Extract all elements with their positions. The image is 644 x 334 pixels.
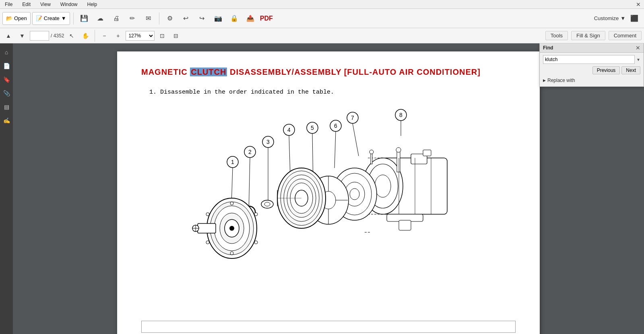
- print-button[interactable]: 🖨: [109, 11, 124, 26]
- menu-edit[interactable]: Edit: [21, 1, 32, 8]
- svg-text:5: 5: [311, 125, 314, 131]
- settings-button[interactable]: ⚙: [163, 11, 177, 26]
- share-button[interactable]: 📤: [243, 11, 258, 26]
- svg-point-78: [254, 241, 258, 244]
- svg-text:8: 8: [399, 112, 402, 118]
- svg-point-76: [254, 213, 258, 216]
- svg-text:7: 7: [351, 115, 354, 121]
- clutch-diagram: 8 7 6 5 4: [188, 104, 469, 289]
- next-page-button[interactable]: ▼: [16, 30, 28, 41]
- menu-view[interactable]: View: [39, 1, 52, 8]
- svg-line-20: [249, 158, 250, 212]
- toolbar-separator-2: [159, 12, 159, 25]
- replace-arrow-icon: ▶: [543, 78, 546, 82]
- table-bottom-hint: [141, 321, 516, 333]
- save-cloud-button[interactable]: ☁: [93, 11, 107, 26]
- find-search-input[interactable]: [543, 55, 635, 64]
- tools-button[interactable]: Tools: [545, 31, 568, 40]
- protect-button[interactable]: 🔒: [227, 11, 242, 26]
- svg-text:1: 1: [231, 159, 234, 165]
- menu-help[interactable]: Help: [86, 1, 99, 8]
- nav-toolbar: ▲ ▼ 1034 / 4352 ↖ ✋ − + 127% 100% 75% 50…: [0, 28, 644, 43]
- open-folder-icon: 📂: [6, 15, 12, 21]
- edit-button[interactable]: ✏: [125, 11, 140, 26]
- page-total: / 4352: [51, 33, 64, 39]
- create-button[interactable]: 📝 Create ▼: [32, 12, 70, 25]
- sidebar-item-home[interactable]: ⌂: [1, 47, 12, 58]
- right-tool-buttons: Tools Fill & Sign Comment: [545, 31, 642, 40]
- page-title: MAGNETIC CLUTCH DISASSEMBLY/ASSEMBLY [FU…: [141, 68, 516, 77]
- doc-area[interactable]: Find ✕ ▼ Previous Next ▶ Replace with: [13, 43, 644, 334]
- toolbar-separator-1: [73, 12, 74, 25]
- page-number-input[interactable]: 1034: [30, 31, 49, 41]
- find-next-button[interactable]: Next: [621, 66, 640, 74]
- find-dropdown-icon[interactable]: ▼: [636, 57, 640, 62]
- fit-page-button[interactable]: ⊡: [156, 30, 168, 41]
- svg-text:2: 2: [248, 149, 252, 155]
- find-panel: Find ✕ ▼ Previous Next ▶ Replace with: [539, 43, 644, 87]
- title-magnetic: MAGNETIC: [141, 68, 190, 76]
- pdf-button[interactable]: PDF: [259, 11, 274, 26]
- hand-tool-button[interactable]: ✋: [79, 30, 91, 41]
- fill-sign-button[interactable]: Fill & Sign: [571, 31, 605, 40]
- nav-separator-1: [95, 30, 95, 42]
- svg-point-75: [206, 213, 209, 216]
- title-clutch-highlight: CLUTCH: [190, 68, 227, 76]
- zoom-out-button[interactable]: −: [98, 30, 110, 41]
- svg-rect-31: [423, 150, 431, 156]
- save-button[interactable]: 💾: [77, 11, 91, 26]
- window-close-icon[interactable]: ✕: [636, 1, 641, 8]
- collapse-button[interactable]: ⬛: [627, 11, 642, 26]
- find-title: Find: [543, 45, 553, 51]
- menu-window[interactable]: Window: [59, 1, 79, 8]
- svg-line-5: [353, 123, 359, 156]
- svg-point-77: [206, 241, 209, 244]
- title-rest: DISASSEMBLY/ASSEMBLY [FULL-AUTO AIR COND…: [227, 68, 480, 76]
- find-replace-row[interactable]: ▶ Replace with: [543, 77, 640, 84]
- svg-point-72: [229, 226, 234, 231]
- find-close-button[interactable]: ✕: [636, 45, 640, 51]
- create-icon: 📝: [36, 15, 42, 21]
- svg-point-80: [369, 150, 374, 154]
- svg-rect-68: [198, 223, 216, 233]
- select-tool-button[interactable]: ↖: [66, 30, 78, 41]
- sidebar-item-bookmarks[interactable]: 🔖: [1, 74, 12, 85]
- zoom-select[interactable]: 127% 100% 75% 50% Fit Page Fit Width: [126, 31, 155, 41]
- sidebar-item-signature[interactable]: ✍: [1, 115, 12, 126]
- customize-label: Customize: [594, 15, 619, 21]
- find-body: ▼ Previous Next ▶ Replace with: [540, 53, 644, 86]
- menu-file[interactable]: File: [3, 1, 14, 8]
- scan-button[interactable]: 📷: [211, 11, 225, 26]
- prev-page-button[interactable]: ▲: [2, 30, 14, 41]
- svg-text:4: 4: [287, 127, 291, 133]
- find-input-row: ▼: [543, 55, 640, 64]
- main-area: ⌂ 📄 🔖 📎 ▤ ✍ Find ✕ ▼ Previous Next: [0, 43, 644, 334]
- find-btn-row: Previous Next: [543, 66, 640, 74]
- find-header: Find ✕: [540, 43, 644, 53]
- replace-with-label: Replace with: [547, 78, 575, 83]
- zoom-in-button[interactable]: +: [112, 30, 124, 41]
- customize-toolbar[interactable]: Customize ▼: [594, 15, 625, 21]
- diagram-area: 8 7 6 5 4: [141, 104, 516, 289]
- sidebar-left: ⌂ 📄 🔖 📎 ▤ ✍: [0, 43, 13, 334]
- sidebar-item-attachments[interactable]: 📎: [1, 88, 12, 99]
- svg-rect-35: [399, 220, 411, 230]
- sidebar-item-layers[interactable]: ▤: [1, 101, 12, 113]
- customize-arrow-icon: ▼: [620, 15, 625, 21]
- open-button[interactable]: 📂 Open: [2, 12, 31, 25]
- svg-text:6: 6: [334, 123, 337, 129]
- email-button[interactable]: ✉: [141, 11, 156, 26]
- comment-button[interactable]: Comment: [609, 31, 642, 40]
- svg-point-60: [264, 202, 270, 206]
- fit-width-button[interactable]: ⊟: [170, 30, 182, 41]
- create-label: Create: [44, 15, 60, 21]
- redo-button[interactable]: ↪: [195, 11, 209, 26]
- sidebar-item-pages[interactable]: 📄: [1, 60, 12, 72]
- svg-point-74: [230, 252, 233, 255]
- undo-button[interactable]: ↩: [179, 11, 193, 26]
- find-previous-button[interactable]: Previous: [592, 66, 620, 74]
- create-arrow-icon: ▼: [61, 15, 66, 21]
- svg-text:3: 3: [266, 139, 270, 145]
- svg-rect-28: [397, 150, 400, 172]
- svg-point-44: [350, 189, 359, 200]
